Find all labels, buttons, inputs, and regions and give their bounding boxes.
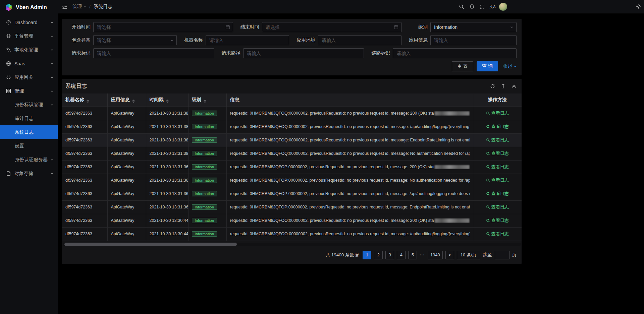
page-button-5[interactable]: 5 (408, 251, 417, 259)
redacted-text (435, 218, 470, 223)
include-exception-value[interactable] (97, 38, 168, 43)
sidebar-item-dashboard[interactable]: Dashboard (0, 15, 58, 29)
breadcrumb: 管理 / 系统日志 (72, 4, 112, 10)
reset-button[interactable]: 重 置 (452, 61, 473, 71)
avatar[interactable] (498, 0, 508, 13)
cell-app-info: ApiGateWay (107, 107, 146, 120)
cell-machine-name: df5974d72363 (62, 133, 107, 147)
page-button-1940[interactable]: 1940 (428, 251, 443, 259)
trace-id-field[interactable] (393, 48, 517, 58)
view-log-link[interactable]: 查看日志 (486, 124, 509, 130)
field-label: 包含异常 (67, 37, 91, 43)
search-icon (486, 151, 490, 155)
view-log-link[interactable]: 查看日志 (486, 191, 509, 197)
sidebar-item-gateway[interactable]: 应用网关 (0, 70, 58, 84)
view-log-link[interactable]: 查看日志 (486, 177, 509, 183)
page-ellipsis[interactable]: ••• (420, 253, 425, 257)
table-tools (490, 84, 517, 89)
sidebar-item-system-log[interactable]: 系统日志 (0, 125, 58, 139)
settings-gear-icon[interactable] (633, 0, 643, 13)
sidebar-item-label: 管理 (14, 88, 50, 94)
page-button-4[interactable]: 4 (397, 251, 406, 259)
request-path-field[interactable] (243, 48, 364, 58)
view-log-link[interactable]: 查看日志 (486, 164, 509, 170)
view-log-link[interactable]: 查看日志 (486, 110, 509, 116)
page-button-1[interactable]: 1 (363, 251, 371, 259)
next-page-button[interactable]: > (445, 251, 454, 259)
request-id-input[interactable] (97, 51, 205, 56)
sidebar-item-manage[interactable]: 管理 (0, 84, 58, 98)
fullscreen-icon[interactable] (477, 0, 487, 13)
filter-app-info: 应用信息 (404, 35, 517, 45)
cell-app-info: ApiGateWay (107, 160, 146, 174)
menu-fold-icon[interactable] (59, 0, 70, 13)
view-log-link[interactable]: 查看日志 (486, 231, 509, 237)
level-select-value[interactable] (434, 24, 507, 30)
page-button-3[interactable]: 3 (385, 251, 394, 259)
filter-request-id: 请求标识 (67, 48, 217, 58)
view-log-link[interactable]: 查看日志 (486, 204, 509, 210)
request-id-field[interactable] (93, 48, 214, 58)
end-time-input[interactable] (266, 24, 393, 30)
sidebar-item-auth-server[interactable]: 身份认证服务器 (0, 153, 58, 167)
sidebar-item-audit-log[interactable]: 审计日志 (0, 112, 58, 125)
machine-name-field[interactable] (206, 35, 289, 45)
table-row: df5974d72363ApiGateWay2021-10-30 13:31:3… (62, 200, 522, 214)
horizontal-scrollbar[interactable] (63, 243, 521, 246)
search-icon[interactable] (456, 0, 467, 13)
search-button[interactable]: 查 询 (477, 61, 498, 71)
trace-id-input[interactable] (396, 51, 507, 56)
app-environment-input[interactable] (322, 38, 392, 43)
level-select[interactable] (430, 22, 517, 32)
column-settings-icon[interactable] (512, 84, 517, 89)
translate-icon[interactable]: 文A (487, 0, 498, 13)
column-header-级别[interactable]: 级别 (188, 93, 226, 107)
view-log-link[interactable]: 查看日志 (486, 217, 509, 224)
app-info-input[interactable] (434, 38, 507, 43)
cell-timestamp: 2021-10-30 13:31:38 (146, 120, 188, 133)
filter-actions: 重 置 查 询 收起 (67, 61, 517, 71)
cell-message: requestId: 0HMCRBM8JQFOQ:00000002, previ… (226, 133, 473, 147)
collapse-toggle[interactable]: 收起 (503, 63, 517, 69)
filter-include-exception: 包含异常 (67, 35, 179, 45)
app-environment-field[interactable] (318, 35, 401, 45)
search-icon (486, 178, 490, 182)
sidebar-item-saas[interactable]: Saas (0, 57, 58, 70)
table-title: 系统日志 (65, 83, 87, 90)
view-log-link[interactable]: 查看日志 (486, 137, 509, 143)
column-header-机器名称[interactable]: 机器名称 (62, 93, 107, 107)
sidebar-item-localization[interactable]: 本地化管理 (0, 43, 58, 57)
page-size-select[interactable]: 10 条/页 (457, 251, 480, 259)
filter-machine-name: 机器名称 (179, 35, 292, 45)
level-badge: Information (192, 178, 217, 183)
sidebar-item-identity[interactable]: 身份标识管理 (0, 98, 58, 112)
breadcrumb-root[interactable]: 管理 (72, 4, 86, 10)
log-table: 机器名称应用信息时间戳级别信息操作方法 df5974d72363ApiGateW… (62, 93, 522, 241)
request-path-input[interactable] (247, 51, 355, 56)
end-time-picker[interactable] (262, 22, 402, 32)
view-log-link[interactable]: 查看日志 (486, 150, 509, 156)
column-header-应用信息[interactable]: 应用信息 (107, 93, 146, 107)
include-exception-select[interactable] (93, 35, 177, 45)
bell-icon[interactable] (467, 0, 477, 13)
avatar-image (499, 3, 507, 11)
header: 管理 / 系统日志 (58, 0, 644, 13)
start-time-picker[interactable] (93, 22, 233, 32)
jump-page-input[interactable] (495, 251, 509, 259)
page-button-2[interactable]: 2 (374, 251, 383, 259)
row-height-icon[interactable] (501, 84, 506, 89)
logo[interactable]: Vben Admin (0, 0, 58, 15)
cell-message: requestId: 0HMCRBM8JQFOQ:00000002, previ… (226, 120, 473, 133)
search-icon (486, 138, 490, 142)
sidebar-item-platform[interactable]: 平台管理 (0, 29, 58, 43)
column-header-时间戳[interactable]: 时间戳 (146, 93, 188, 107)
refresh-icon[interactable] (490, 84, 495, 89)
app-info-field[interactable] (430, 35, 517, 45)
sidebar-item-object-storage[interactable]: 对象存储 (0, 167, 58, 180)
cell-actions: 查看日志 (473, 147, 522, 160)
machine-name-input[interactable] (209, 38, 280, 43)
scrollbar-thumb[interactable] (64, 243, 237, 246)
start-time-input[interactable] (97, 24, 224, 30)
sidebar-item-settings[interactable]: 设置 (0, 139, 58, 153)
cell-level: Information (188, 214, 226, 227)
